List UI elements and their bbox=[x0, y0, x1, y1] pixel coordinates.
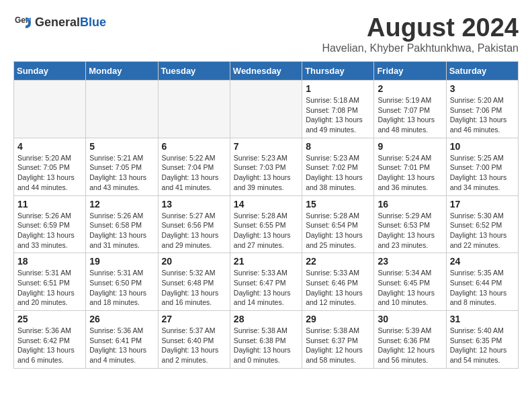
day-number: 25 bbox=[17, 314, 82, 324]
calendar-cell: 27Sunrise: 5:37 AM Sunset: 6:40 PM Dayli… bbox=[158, 311, 230, 369]
calendar-cell bbox=[158, 81, 230, 138]
day-number: 2 bbox=[378, 83, 442, 94]
calendar-cell bbox=[14, 81, 86, 138]
calendar-cell: 31Sunrise: 5:40 AM Sunset: 6:35 PM Dayli… bbox=[446, 311, 518, 369]
week-row-2: 4Sunrise: 5:20 AM Sunset: 7:05 PM Daylig… bbox=[14, 138, 519, 195]
day-info: Sunrise: 5:18 AM Sunset: 7:08 PM Dayligh… bbox=[306, 95, 370, 135]
day-info: Sunrise: 5:33 AM Sunset: 6:46 PM Dayligh… bbox=[306, 268, 370, 308]
calendar-header-saturday: Saturday bbox=[446, 62, 518, 81]
day-info: Sunrise: 5:40 AM Sunset: 6:35 PM Dayligh… bbox=[450, 326, 515, 365]
day-info: Sunrise: 5:39 AM Sunset: 6:36 PM Dayligh… bbox=[378, 326, 442, 365]
day-number: 31 bbox=[450, 314, 515, 324]
day-number: 7 bbox=[234, 141, 298, 152]
calendar-cell: 11Sunrise: 5:26 AM Sunset: 6:59 PM Dayli… bbox=[14, 195, 86, 253]
day-number: 26 bbox=[89, 314, 154, 324]
day-number: 30 bbox=[378, 314, 442, 324]
calendar-header-friday: Friday bbox=[374, 62, 446, 81]
calendar-cell: 28Sunrise: 5:38 AM Sunset: 6:38 PM Dayli… bbox=[230, 311, 302, 369]
calendar-cell: 6Sunrise: 5:22 AM Sunset: 7:04 PM Daylig… bbox=[158, 138, 230, 195]
calendar-cell: 21Sunrise: 5:33 AM Sunset: 6:47 PM Dayli… bbox=[230, 253, 302, 311]
calendar-header-monday: Monday bbox=[86, 62, 158, 81]
week-row-4: 18Sunrise: 5:31 AM Sunset: 6:51 PM Dayli… bbox=[14, 253, 519, 311]
calendar-cell: 1Sunrise: 5:18 AM Sunset: 7:08 PM Daylig… bbox=[302, 81, 374, 138]
calendar-cell: 14Sunrise: 5:28 AM Sunset: 6:55 PM Dayli… bbox=[230, 195, 302, 253]
day-number: 16 bbox=[378, 199, 442, 210]
day-number: 5 bbox=[89, 141, 154, 152]
day-number: 22 bbox=[306, 256, 370, 267]
day-number: 21 bbox=[234, 256, 298, 267]
calendar-cell: 3Sunrise: 5:20 AM Sunset: 7:06 PM Daylig… bbox=[446, 81, 518, 138]
day-number: 10 bbox=[450, 141, 515, 152]
day-number: 23 bbox=[378, 256, 442, 267]
day-info: Sunrise: 5:38 AM Sunset: 6:38 PM Dayligh… bbox=[234, 326, 298, 365]
day-number: 17 bbox=[450, 199, 515, 210]
week-row-1: 1Sunrise: 5:18 AM Sunset: 7:08 PM Daylig… bbox=[14, 81, 519, 138]
logo: Gen General Blue bbox=[13, 13, 106, 32]
day-info: Sunrise: 5:25 AM Sunset: 7:00 PM Dayligh… bbox=[450, 153, 515, 193]
calendar-cell: 13Sunrise: 5:27 AM Sunset: 6:56 PM Dayli… bbox=[158, 195, 230, 253]
calendar-cell bbox=[86, 81, 158, 138]
calendar-cell: 9Sunrise: 5:24 AM Sunset: 7:01 PM Daylig… bbox=[374, 138, 446, 195]
calendar-cell: 26Sunrise: 5:36 AM Sunset: 6:41 PM Dayli… bbox=[86, 311, 158, 369]
logo-blue-text: Blue bbox=[80, 16, 106, 30]
day-number: 14 bbox=[234, 199, 298, 210]
calendar-cell: 12Sunrise: 5:26 AM Sunset: 6:58 PM Dayli… bbox=[86, 195, 158, 253]
day-number: 3 bbox=[450, 83, 515, 94]
logo-icon: Gen bbox=[13, 13, 32, 32]
day-info: Sunrise: 5:26 AM Sunset: 6:59 PM Dayligh… bbox=[17, 211, 82, 250]
day-number: 13 bbox=[162, 199, 226, 210]
day-info: Sunrise: 5:33 AM Sunset: 6:47 PM Dayligh… bbox=[234, 268, 298, 308]
day-number: 18 bbox=[17, 256, 82, 267]
day-info: Sunrise: 5:37 AM Sunset: 6:40 PM Dayligh… bbox=[162, 326, 226, 365]
day-info: Sunrise: 5:22 AM Sunset: 7:04 PM Dayligh… bbox=[162, 153, 226, 193]
day-info: Sunrise: 5:26 AM Sunset: 6:58 PM Dayligh… bbox=[89, 211, 154, 250]
day-info: Sunrise: 5:29 AM Sunset: 6:53 PM Dayligh… bbox=[378, 211, 442, 250]
day-info: Sunrise: 5:38 AM Sunset: 6:37 PM Dayligh… bbox=[306, 326, 370, 365]
day-info: Sunrise: 5:36 AM Sunset: 6:41 PM Dayligh… bbox=[89, 326, 154, 365]
calendar-header-thursday: Thursday bbox=[302, 62, 374, 81]
logo-general-text: General bbox=[35, 16, 80, 30]
day-info: Sunrise: 5:23 AM Sunset: 7:02 PM Dayligh… bbox=[306, 153, 370, 193]
calendar-header-wednesday: Wednesday bbox=[230, 62, 302, 81]
calendar-table: SundayMondayTuesdayWednesdayThursdayFrid… bbox=[13, 61, 519, 369]
day-number: 24 bbox=[450, 256, 515, 267]
calendar-cell: 17Sunrise: 5:30 AM Sunset: 6:52 PM Dayli… bbox=[446, 195, 518, 253]
calendar-cell: 10Sunrise: 5:25 AM Sunset: 7:00 PM Dayli… bbox=[446, 138, 518, 195]
day-number: 20 bbox=[162, 256, 226, 267]
day-number: 27 bbox=[162, 314, 226, 324]
month-title: August 2024 bbox=[322, 13, 519, 42]
location-title: Havelian, Khyber Pakhtunkhwa, Pakistan bbox=[322, 42, 519, 54]
calendar-cell: 2Sunrise: 5:19 AM Sunset: 7:07 PM Daylig… bbox=[374, 81, 446, 138]
day-info: Sunrise: 5:20 AM Sunset: 7:05 PM Dayligh… bbox=[17, 153, 82, 193]
calendar-cell: 25Sunrise: 5:36 AM Sunset: 6:42 PM Dayli… bbox=[14, 311, 86, 369]
calendar-cell: 4Sunrise: 5:20 AM Sunset: 7:05 PM Daylig… bbox=[14, 138, 86, 195]
week-row-5: 25Sunrise: 5:36 AM Sunset: 6:42 PM Dayli… bbox=[14, 311, 519, 369]
day-number: 29 bbox=[306, 314, 370, 324]
day-info: Sunrise: 5:28 AM Sunset: 6:54 PM Dayligh… bbox=[306, 211, 370, 250]
day-number: 11 bbox=[17, 199, 82, 210]
day-info: Sunrise: 5:36 AM Sunset: 6:42 PM Dayligh… bbox=[17, 326, 82, 365]
calendar-cell: 15Sunrise: 5:28 AM Sunset: 6:54 PM Dayli… bbox=[302, 195, 374, 253]
day-number: 9 bbox=[378, 141, 442, 152]
calendar-cell: 29Sunrise: 5:38 AM Sunset: 6:37 PM Dayli… bbox=[302, 311, 374, 369]
day-number: 4 bbox=[17, 141, 82, 152]
calendar-cell: 7Sunrise: 5:23 AM Sunset: 7:03 PM Daylig… bbox=[230, 138, 302, 195]
calendar-cell: 24Sunrise: 5:35 AM Sunset: 6:44 PM Dayli… bbox=[446, 253, 518, 311]
calendar-header-row: SundayMondayTuesdayWednesdayThursdayFrid… bbox=[14, 62, 519, 81]
calendar-cell bbox=[230, 81, 302, 138]
day-info: Sunrise: 5:28 AM Sunset: 6:55 PM Dayligh… bbox=[234, 211, 298, 250]
day-info: Sunrise: 5:23 AM Sunset: 7:03 PM Dayligh… bbox=[234, 153, 298, 193]
calendar-header-tuesday: Tuesday bbox=[158, 62, 230, 81]
day-info: Sunrise: 5:19 AM Sunset: 7:07 PM Dayligh… bbox=[378, 95, 442, 135]
calendar-cell: 30Sunrise: 5:39 AM Sunset: 6:36 PM Dayli… bbox=[374, 311, 446, 369]
day-info: Sunrise: 5:31 AM Sunset: 6:51 PM Dayligh… bbox=[17, 268, 82, 308]
day-info: Sunrise: 5:27 AM Sunset: 6:56 PM Dayligh… bbox=[162, 211, 226, 250]
day-info: Sunrise: 5:20 AM Sunset: 7:06 PM Dayligh… bbox=[450, 95, 515, 135]
day-number: 19 bbox=[89, 256, 154, 267]
calendar-cell: 5Sunrise: 5:21 AM Sunset: 7:05 PM Daylig… bbox=[86, 138, 158, 195]
day-info: Sunrise: 5:35 AM Sunset: 6:44 PM Dayligh… bbox=[450, 268, 515, 308]
day-info: Sunrise: 5:32 AM Sunset: 6:48 PM Dayligh… bbox=[162, 268, 226, 308]
day-info: Sunrise: 5:30 AM Sunset: 6:52 PM Dayligh… bbox=[450, 211, 515, 250]
day-info: Sunrise: 5:31 AM Sunset: 6:50 PM Dayligh… bbox=[89, 268, 154, 308]
day-number: 1 bbox=[306, 83, 370, 94]
